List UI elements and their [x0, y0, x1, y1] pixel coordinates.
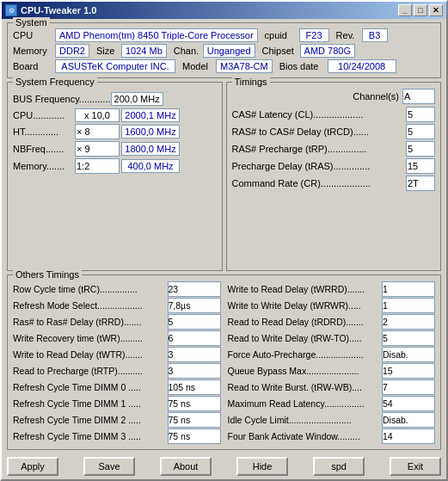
- cpu-mult[interactable]: x 10,0: [75, 108, 120, 122]
- ht-freq-label: HT.............: [13, 126, 73, 137]
- other-timing-select[interactable]: 3: [168, 347, 221, 362]
- other-timing-select[interactable]: 5: [382, 330, 435, 346]
- cpu-freq-row: CPU............ x 10,0 2000,1 MHz: [13, 108, 217, 122]
- save-button[interactable]: Save: [83, 457, 135, 476]
- mem-freq-label: Memory.......: [13, 161, 73, 171]
- exit-button[interactable]: Exit: [390, 457, 441, 476]
- list-item: Row Cycle time (tRC)...............23: [13, 281, 221, 297]
- other-timing-select[interactable]: 75 ns: [168, 429, 221, 444]
- rp-label: RAS# Precharge (tRP)...............: [232, 144, 407, 154]
- other-timing-select[interactable]: Disab.: [382, 347, 435, 362]
- cpu-row: CPU AMD Phenom(tm) 8450 Triple-Core Proc…: [13, 28, 435, 42]
- nb-freq-row: NBFreq....... × 9 1800,0 MHz: [13, 141, 217, 157]
- other-timing-select[interactable]: 3: [168, 363, 221, 379]
- rcd-select[interactable]: 5: [406, 124, 435, 139]
- chipset-value: AMD 780G: [300, 44, 355, 58]
- nb-mult-select[interactable]: × 9: [75, 141, 120, 157]
- list-item: Read to Write Delay (tRW-TO).....5: [228, 330, 436, 346]
- other-timing-label: Write to Read Delay (tWTR).......: [13, 349, 168, 360]
- other-timing-select[interactable]: 54: [382, 396, 435, 411]
- hide-button[interactable]: Hide: [236, 457, 288, 476]
- other-timing-select[interactable]: 6: [168, 330, 221, 346]
- other-timing-label: Read to Read Delay (tRDRD).......: [228, 317, 383, 327]
- mem-ratio-select[interactable]: 1:2: [75, 158, 120, 174]
- rcd-row: RAS# to CAS# Delay (tRCD)...... 5: [232, 124, 436, 139]
- other-timing-select[interactable]: 105 ns: [168, 379, 221, 395]
- channel-select[interactable]: A: [402, 89, 435, 104]
- other-timing-label: Write Recovery time (tWR).........: [13, 333, 168, 343]
- other-timing-label: Refresh Cycle Time DIMM 0 .....: [13, 382, 168, 392]
- rp-row: RAS# Precharge (tRP)............... 5: [232, 141, 436, 157]
- other-timing-select[interactable]: 15: [382, 363, 435, 379]
- others-left-col: Row Cycle time (tRC)...............23Ref…: [13, 281, 221, 445]
- chipset-label: Chipset: [262, 46, 297, 56]
- other-timing-label: Read to Write Burst. (tRW-WB)....: [228, 382, 383, 392]
- other-timing-label: Row Cycle time (tRC)...............: [13, 284, 168, 294]
- others-group: Others Timings Row Cycle time (tRC).....…: [7, 274, 441, 450]
- bios-label: Bios date: [279, 61, 324, 71]
- other-timing-select[interactable]: 75 ns: [168, 396, 221, 411]
- other-timing-label: Ras# to Ras# Delay (tRRD).......: [13, 317, 168, 327]
- memory-row: Memory DDR2 Size 1024 Mb Chan. Unganged …: [13, 44, 435, 58]
- about-button[interactable]: About: [160, 457, 212, 476]
- other-timing-label: Four Bank Activate Window.........: [228, 431, 383, 441]
- other-timing-select[interactable]: Disab.: [382, 412, 435, 428]
- other-timing-select[interactable]: 75 ns: [168, 412, 221, 428]
- other-timing-select[interactable]: 1: [382, 298, 435, 313]
- other-timing-select[interactable]: 2: [382, 314, 435, 330]
- other-timing-label: Force Auto-Precharge...................: [228, 349, 383, 360]
- other-timing-select[interactable]: 5: [168, 314, 221, 330]
- content-area: System CPU AMD Phenom(tm) 8450 Triple-Co…: [2, 19, 446, 453]
- ht-mult-select[interactable]: × 8: [75, 124, 120, 139]
- list-item: Refresh Mode Select..................7,8…: [13, 298, 221, 313]
- board-row: Board ASUSTeK Computer INC. Model M3A78-…: [13, 59, 435, 73]
- other-timing-label: Maximum Read Latency................: [228, 398, 383, 409]
- cas-row: CAS# Latency (CL)................... 5: [232, 107, 436, 122]
- bus-value[interactable]: 200,0 MHz: [111, 92, 163, 106]
- cr-select[interactable]: 2T: [406, 176, 435, 191]
- list-item: Idle Cycle Limit........................…: [228, 412, 436, 428]
- others-right-col: Write to Read Delay (tWRRD).......1Write…: [228, 281, 436, 445]
- minimize-button[interactable]: _: [398, 4, 412, 16]
- other-timing-select[interactable]: 14: [382, 429, 435, 444]
- ddr-value: DDR2: [55, 44, 89, 58]
- other-timing-select[interactable]: 7,8µs: [168, 298, 221, 313]
- freq-table: BUS Frequency............ 200,0 MHz CPU.…: [13, 92, 217, 174]
- list-item: Refresh Cycle Time DIMM 2 .....75 ns: [13, 412, 221, 428]
- list-item: Refresh Cycle Time DIMM 0 .....105 ns: [13, 379, 221, 395]
- ht-freq-value: 1600,0 MHz: [121, 125, 180, 139]
- cpuid-value: F23: [299, 28, 329, 42]
- ras-row: Precharge Delay (tRAS).............. 15: [232, 158, 436, 174]
- cpu-value: AMD Phenom(tm) 8450 Triple-Core Processo…: [55, 28, 258, 42]
- cpuid-label: cpuid: [265, 30, 296, 40]
- others-grid: Row Cycle time (tRC)...............23Ref…: [13, 281, 435, 445]
- title-buttons: _ □ ✕: [398, 4, 443, 16]
- list-item: Refresh Cycle Time DIMM 3 .....75 ns: [13, 429, 221, 444]
- other-timing-select[interactable]: 7: [382, 379, 435, 395]
- ras-label: Precharge Delay (tRAS)..............: [232, 161, 407, 171]
- freq-group: System Frequency BUS Frequency..........…: [7, 82, 223, 271]
- nb-freq-label: NBFreq.......: [13, 144, 73, 154]
- other-timing-select[interactable]: 1: [382, 281, 435, 297]
- chan-label: Chan.: [174, 46, 199, 56]
- list-item: Ras# to Ras# Delay (tRRD).......5: [13, 314, 221, 330]
- cas-select[interactable]: 5: [406, 107, 435, 122]
- bus-label: BUS Frequency............: [13, 94, 111, 104]
- system-group-label: System: [13, 17, 50, 28]
- close-button[interactable]: ✕: [429, 4, 443, 16]
- apply-button[interactable]: Apply: [7, 457, 58, 476]
- chan-value: Unganged: [203, 44, 255, 58]
- maximize-button[interactable]: □: [414, 4, 427, 16]
- mem-freq-row: Memory....... 1:2 400,0 MHz: [13, 158, 217, 174]
- other-timing-label: Queue Bypass Max.....................: [228, 366, 383, 376]
- footer-bar: Apply Save About Hide spd Exit: [2, 453, 446, 479]
- other-timing-select[interactable]: 23: [168, 281, 221, 297]
- rp-select[interactable]: 5: [406, 141, 435, 157]
- spd-button[interactable]: spd: [313, 457, 365, 476]
- cr-row: Command Rate (CR)................... 2T: [232, 176, 436, 191]
- list-item: Write Recovery time (tWR).........6: [13, 330, 221, 346]
- cpu-label: CPU: [13, 30, 52, 40]
- model-label: Model: [182, 61, 212, 71]
- ras-select[interactable]: 15: [406, 158, 435, 174]
- memory-label: Memory: [13, 46, 52, 56]
